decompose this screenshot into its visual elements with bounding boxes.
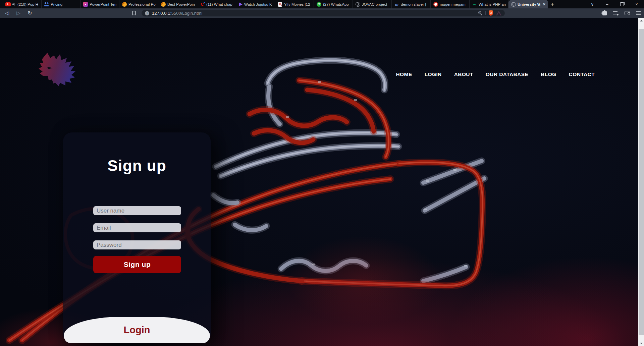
anime-m-icon: m — [394, 2, 399, 7]
zoom-icon[interactable]: + — [478, 11, 483, 15]
tab-jovac-project[interactable]: JOVAC project — [353, 0, 392, 8]
tab-university-active[interactable]: University W × — [508, 0, 548, 8]
site-info-icon[interactable]: i — [145, 11, 149, 15]
email-field[interactable] — [93, 223, 181, 232]
tab-best-powerpoint[interactable]: Best PowerPoin — [158, 0, 197, 8]
playlist-icon[interactable] — [613, 11, 618, 15]
url-text: 127.0.0.1:5500/Login.html — [152, 11, 476, 16]
tab-what-is-php[interactable]: ∞ What is PHP an — [470, 0, 508, 8]
tab-title: demon slayer | — [401, 2, 428, 6]
tab-yify-movies[interactable]: Yify Movies [12 — [275, 0, 314, 8]
address-bar[interactable]: i 127.0.0.1:5500/Login.html + — [142, 10, 505, 16]
tab-powerpoint-templates[interactable]: ♥ PowerPoint Tem — [80, 0, 119, 8]
page-scrollbar[interactable] — [638, 18, 644, 346]
globe-icon — [511, 2, 516, 7]
tab-pricing[interactable]: Pricing — [42, 0, 80, 8]
purple-play-icon — [239, 2, 243, 6]
audio-speaker-icon — [12, 3, 16, 6]
brave-rewards-icon[interactable] — [496, 11, 501, 15]
signup-button[interactable]: Sign up — [93, 256, 181, 273]
nav-item-our-database[interactable]: OUR DATABASE — [486, 71, 528, 77]
back-icon[interactable]: ◁ — [3, 8, 11, 18]
bookmark-icon[interactable] — [132, 11, 136, 15]
tab-mugen[interactable]: mugen megam — [431, 0, 470, 8]
tab-title: Pricing — [51, 2, 78, 6]
browser-toolbar: ◁ ▷ ↻ i 127.0.0.1:5500/Login.html + — [0, 8, 644, 18]
globe-icon — [356, 2, 360, 7]
tab-title: University W — [518, 2, 540, 6]
tab-title: (27) WhatsApp — [323, 2, 351, 6]
page-content: HOME LOGIN ABOUT OUR DATABASE BLOG CONTA… — [0, 18, 638, 346]
tab-title: (210) Pop H — [17, 2, 39, 6]
signup-panel: Sign up Sign up Login — [63, 132, 211, 343]
extensions-puzzle-icon[interactable] — [602, 11, 607, 15]
forward-icon[interactable]: ▷ — [14, 8, 23, 18]
tab-watch-jujutsu[interactable]: Watch Jujutsu K — [236, 0, 275, 8]
menu-icon[interactable] — [636, 11, 641, 15]
tab-what-chapter[interactable]: C (11) What chap — [197, 0, 236, 8]
login-button[interactable]: Login — [64, 317, 210, 343]
tab-title: Watch Jujutsu K — [244, 2, 273, 6]
tab-title: (11) What chap — [206, 2, 234, 6]
tab-professional-ppt[interactable]: Professional Po — [119, 0, 158, 8]
restore-glyph — [620, 2, 624, 6]
tab-search-icon[interactable]: ∨ — [585, 0, 600, 8]
tab-title: PowerPoint Tem — [90, 2, 117, 6]
brave-shield-icon[interactable] — [488, 10, 493, 16]
tab-youtube[interactable]: (210) Pop H — [3, 0, 42, 8]
nav-item-about[interactable]: ABOUT — [454, 71, 473, 77]
template-heart-icon: ♥ — [83, 2, 88, 7]
tab-title: Best PowerPoin — [167, 2, 195, 6]
youtube-icon — [5, 2, 11, 6]
nav-item-blog[interactable]: BLOG — [541, 71, 556, 77]
nav-item-login[interactable]: LOGIN — [425, 71, 442, 77]
tab-title: Yify Movies [12 — [284, 2, 312, 6]
scroll-down-arrow-icon[interactable] — [638, 341, 644, 346]
wallet-icon[interactable] — [625, 11, 630, 15]
pie-chart-icon — [122, 2, 127, 7]
url-path: :5500/Login.html — [170, 11, 202, 16]
password-field[interactable] — [93, 240, 181, 249]
red-c-icon: C — [200, 2, 205, 7]
whatsapp-icon: 27 — [317, 2, 321, 7]
yify-magnifier-icon — [278, 2, 282, 7]
tab-title: What is PHP an — [479, 2, 506, 6]
signup-title: Sign up — [63, 157, 211, 175]
w3schools-icon: ∞ — [472, 2, 477, 7]
new-tab-button[interactable]: + — [548, 0, 557, 8]
site-nav: HOME LOGIN ABOUT OUR DATABASE BLOG CONTA… — [396, 71, 595, 77]
wolf-logo[interactable] — [35, 48, 82, 88]
restore-icon[interactable] — [614, 0, 629, 8]
reload-icon[interactable]: ↻ — [25, 8, 34, 18]
window-close-icon[interactable]: × — [629, 0, 644, 8]
tab-close-icon[interactable]: × — [542, 0, 546, 8]
signup-fields — [93, 206, 181, 257]
urlbar-divider — [485, 11, 486, 15]
scrollbar-thumb[interactable] — [639, 29, 644, 335]
nav-item-home[interactable]: HOME — [396, 71, 412, 77]
browser-window: (210) Pop H Pricing ♥ PowerPoint Tem Pro… — [0, 0, 644, 346]
tab-title: mugen megam — [440, 2, 467, 6]
scroll-up-arrow-icon[interactable] — [638, 18, 644, 23]
tab-strip: (210) Pop H Pricing ♥ PowerPoint Tem Pro… — [0, 0, 644, 8]
url-host: 127.0.0.1 — [152, 11, 170, 16]
toolbar-right-icons — [602, 8, 641, 18]
zoom-plus-glyph: + — [479, 11, 481, 14]
red-ring-icon — [433, 2, 438, 7]
pie-chart-icon — [161, 2, 166, 7]
tab-title: JOVAC project — [362, 2, 389, 6]
username-field[interactable] — [93, 206, 181, 215]
people-icon — [44, 2, 49, 7]
nav-item-contact[interactable]: CONTACT — [569, 71, 595, 77]
tab-demon-slayer[interactable]: m demon slayer | — [392, 0, 431, 8]
tab-whatsapp[interactable]: 27 (27) WhatsApp — [314, 0, 353, 8]
tab-title: Professional Po — [128, 2, 156, 6]
minimize-icon[interactable]: – — [600, 0, 614, 8]
